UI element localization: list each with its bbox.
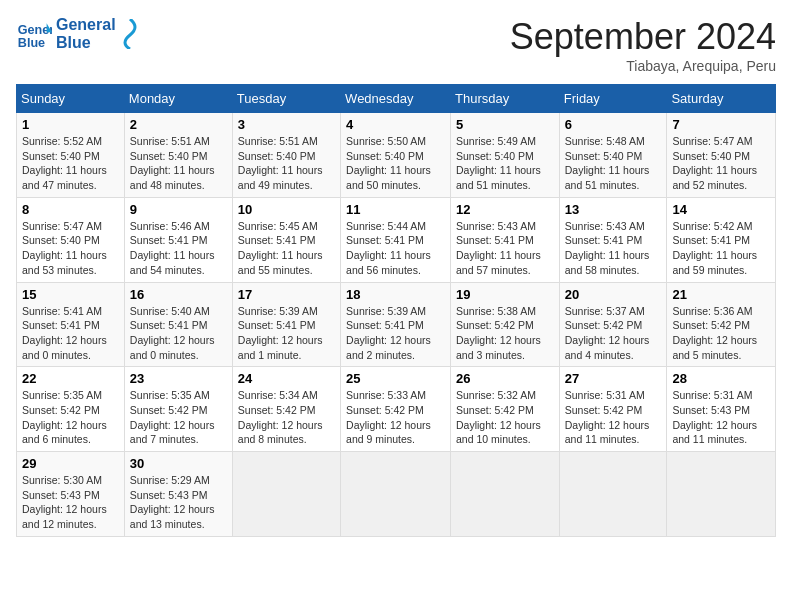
day-info: Sunrise: 5:41 AM Sunset: 5:41 PM Dayligh… (22, 304, 119, 363)
calendar-cell: 10Sunrise: 5:45 AM Sunset: 5:41 PM Dayli… (232, 197, 340, 282)
calendar-cell: 19Sunrise: 5:38 AM Sunset: 5:42 PM Dayli… (451, 282, 560, 367)
day-number: 14 (672, 202, 770, 217)
day-number: 8 (22, 202, 119, 217)
day-number: 12 (456, 202, 554, 217)
day-info: Sunrise: 5:47 AM Sunset: 5:40 PM Dayligh… (672, 134, 770, 193)
col-header-sunday: Sunday (17, 85, 125, 113)
day-number: 28 (672, 371, 770, 386)
col-header-wednesday: Wednesday (341, 85, 451, 113)
day-info: Sunrise: 5:30 AM Sunset: 5:43 PM Dayligh… (22, 473, 119, 532)
day-number: 25 (346, 371, 445, 386)
calendar-cell: 23Sunrise: 5:35 AM Sunset: 5:42 PM Dayli… (124, 367, 232, 452)
calendar-cell: 24Sunrise: 5:34 AM Sunset: 5:42 PM Dayli… (232, 367, 340, 452)
month-title: September 2024 (510, 16, 776, 58)
col-header-tuesday: Tuesday (232, 85, 340, 113)
day-info: Sunrise: 5:29 AM Sunset: 5:43 PM Dayligh… (130, 473, 227, 532)
calendar-cell: 28Sunrise: 5:31 AM Sunset: 5:43 PM Dayli… (667, 367, 776, 452)
day-info: Sunrise: 5:49 AM Sunset: 5:40 PM Dayligh… (456, 134, 554, 193)
day-number: 23 (130, 371, 227, 386)
day-number: 2 (130, 117, 227, 132)
calendar-cell: 4Sunrise: 5:50 AM Sunset: 5:40 PM Daylig… (341, 113, 451, 198)
page-header: General Blue General Blue September 2024… (16, 16, 776, 74)
day-info: Sunrise: 5:48 AM Sunset: 5:40 PM Dayligh… (565, 134, 662, 193)
calendar-cell: 9Sunrise: 5:46 AM Sunset: 5:41 PM Daylig… (124, 197, 232, 282)
logo-general: General (56, 16, 116, 34)
calendar-cell: 5Sunrise: 5:49 AM Sunset: 5:40 PM Daylig… (451, 113, 560, 198)
col-header-friday: Friday (559, 85, 667, 113)
day-number: 6 (565, 117, 662, 132)
day-info: Sunrise: 5:37 AM Sunset: 5:42 PM Dayligh… (565, 304, 662, 363)
day-info: Sunrise: 5:34 AM Sunset: 5:42 PM Dayligh… (238, 388, 335, 447)
calendar-week-3: 15Sunrise: 5:41 AM Sunset: 5:41 PM Dayli… (17, 282, 776, 367)
calendar-week-5: 29Sunrise: 5:30 AM Sunset: 5:43 PM Dayli… (17, 452, 776, 537)
day-info: Sunrise: 5:40 AM Sunset: 5:41 PM Dayligh… (130, 304, 227, 363)
calendar-week-2: 8Sunrise: 5:47 AM Sunset: 5:40 PM Daylig… (17, 197, 776, 282)
day-info: Sunrise: 5:43 AM Sunset: 5:41 PM Dayligh… (565, 219, 662, 278)
col-header-saturday: Saturday (667, 85, 776, 113)
day-number: 16 (130, 287, 227, 302)
calendar-cell: 21Sunrise: 5:36 AM Sunset: 5:42 PM Dayli… (667, 282, 776, 367)
day-info: Sunrise: 5:36 AM Sunset: 5:42 PM Dayligh… (672, 304, 770, 363)
calendar-cell: 6Sunrise: 5:48 AM Sunset: 5:40 PM Daylig… (559, 113, 667, 198)
day-number: 1 (22, 117, 119, 132)
calendar-cell: 12Sunrise: 5:43 AM Sunset: 5:41 PM Dayli… (451, 197, 560, 282)
calendar-cell: 15Sunrise: 5:41 AM Sunset: 5:41 PM Dayli… (17, 282, 125, 367)
day-info: Sunrise: 5:33 AM Sunset: 5:42 PM Dayligh… (346, 388, 445, 447)
day-number: 30 (130, 456, 227, 471)
day-info: Sunrise: 5:45 AM Sunset: 5:41 PM Dayligh… (238, 219, 335, 278)
calendar-cell: 20Sunrise: 5:37 AM Sunset: 5:42 PM Dayli… (559, 282, 667, 367)
day-number: 26 (456, 371, 554, 386)
day-number: 10 (238, 202, 335, 217)
calendar-cell: 30Sunrise: 5:29 AM Sunset: 5:43 PM Dayli… (124, 452, 232, 537)
title-block: September 2024 Tiabaya, Arequipa, Peru (510, 16, 776, 74)
day-number: 18 (346, 287, 445, 302)
day-number: 24 (238, 371, 335, 386)
calendar-header-row: SundayMondayTuesdayWednesdayThursdayFrid… (17, 85, 776, 113)
calendar-cell: 13Sunrise: 5:43 AM Sunset: 5:41 PM Dayli… (559, 197, 667, 282)
calendar-week-4: 22Sunrise: 5:35 AM Sunset: 5:42 PM Dayli… (17, 367, 776, 452)
day-info: Sunrise: 5:44 AM Sunset: 5:41 PM Dayligh… (346, 219, 445, 278)
day-number: 21 (672, 287, 770, 302)
day-number: 3 (238, 117, 335, 132)
calendar-cell (232, 452, 340, 537)
calendar-cell: 26Sunrise: 5:32 AM Sunset: 5:42 PM Dayli… (451, 367, 560, 452)
calendar-week-1: 1Sunrise: 5:52 AM Sunset: 5:40 PM Daylig… (17, 113, 776, 198)
day-info: Sunrise: 5:31 AM Sunset: 5:42 PM Dayligh… (565, 388, 662, 447)
calendar-cell (559, 452, 667, 537)
logo: General Blue General Blue (16, 16, 140, 52)
day-number: 20 (565, 287, 662, 302)
calendar-table: SundayMondayTuesdayWednesdayThursdayFrid… (16, 84, 776, 537)
day-info: Sunrise: 5:43 AM Sunset: 5:41 PM Dayligh… (456, 219, 554, 278)
calendar-cell: 29Sunrise: 5:30 AM Sunset: 5:43 PM Dayli… (17, 452, 125, 537)
calendar-cell (451, 452, 560, 537)
day-number: 13 (565, 202, 662, 217)
day-number: 17 (238, 287, 335, 302)
calendar-cell: 27Sunrise: 5:31 AM Sunset: 5:42 PM Dayli… (559, 367, 667, 452)
day-info: Sunrise: 5:50 AM Sunset: 5:40 PM Dayligh… (346, 134, 445, 193)
day-number: 4 (346, 117, 445, 132)
day-info: Sunrise: 5:42 AM Sunset: 5:41 PM Dayligh… (672, 219, 770, 278)
logo-blue: Blue (56, 34, 116, 52)
calendar-cell: 25Sunrise: 5:33 AM Sunset: 5:42 PM Dayli… (341, 367, 451, 452)
day-number: 5 (456, 117, 554, 132)
calendar-cell: 11Sunrise: 5:44 AM Sunset: 5:41 PM Dayli… (341, 197, 451, 282)
calendar-cell (341, 452, 451, 537)
calendar-cell: 17Sunrise: 5:39 AM Sunset: 5:41 PM Dayli… (232, 282, 340, 367)
day-info: Sunrise: 5:47 AM Sunset: 5:40 PM Dayligh… (22, 219, 119, 278)
day-info: Sunrise: 5:52 AM Sunset: 5:40 PM Dayligh… (22, 134, 119, 193)
logo-wave-icon (120, 19, 140, 49)
day-info: Sunrise: 5:35 AM Sunset: 5:42 PM Dayligh… (130, 388, 227, 447)
calendar-cell: 3Sunrise: 5:51 AM Sunset: 5:40 PM Daylig… (232, 113, 340, 198)
calendar-cell: 18Sunrise: 5:39 AM Sunset: 5:41 PM Dayli… (341, 282, 451, 367)
day-number: 19 (456, 287, 554, 302)
calendar-cell: 16Sunrise: 5:40 AM Sunset: 5:41 PM Dayli… (124, 282, 232, 367)
day-info: Sunrise: 5:32 AM Sunset: 5:42 PM Dayligh… (456, 388, 554, 447)
day-info: Sunrise: 5:31 AM Sunset: 5:43 PM Dayligh… (672, 388, 770, 447)
day-number: 7 (672, 117, 770, 132)
day-number: 9 (130, 202, 227, 217)
day-number: 22 (22, 371, 119, 386)
day-info: Sunrise: 5:35 AM Sunset: 5:42 PM Dayligh… (22, 388, 119, 447)
day-number: 15 (22, 287, 119, 302)
day-info: Sunrise: 5:51 AM Sunset: 5:40 PM Dayligh… (238, 134, 335, 193)
logo-icon: General Blue (16, 16, 52, 52)
